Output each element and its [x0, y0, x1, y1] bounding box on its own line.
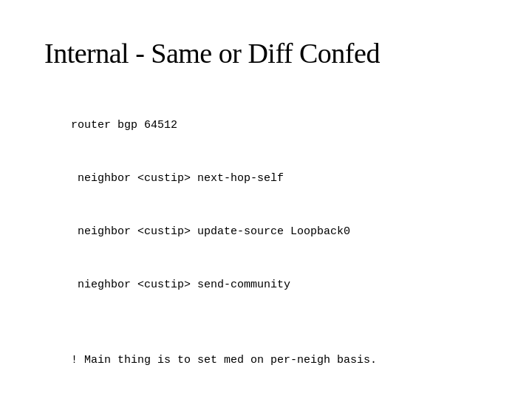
code-block: router bgp 64512 neighbor <custip> next-…	[44, 99, 488, 312]
code-line-3: neighbor <custip> update-source Loopback…	[71, 225, 350, 238]
comment-block-1: ! Main thing is to set med on per-neigh …	[44, 334, 488, 387]
slide-title: Internal - Same or Diff Confed	[44, 37, 488, 69]
slide-container: Internal - Same or Diff Confed router bg…	[0, 0, 532, 399]
comment1-text: ! Main thing is to set med on per-neigh …	[71, 354, 377, 366]
code-line-4: nieghbor <custip> send-community	[71, 279, 290, 291]
code-line-2: neighbor <custip> next-hop-self	[71, 172, 284, 185]
code-line-1: router bgp 64512	[71, 119, 177, 132]
